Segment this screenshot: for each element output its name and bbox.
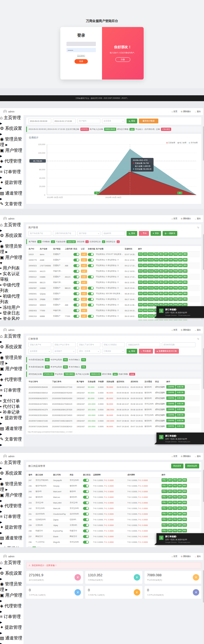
row-action-button[interactable]: 通道 (159, 320, 163, 320)
avatar[interactable] (3, 328, 7, 332)
sidebar-item[interactable]: ▪ 用户列表 (0, 266, 23, 271)
row-action-button[interactable]: 风控 (173, 506, 177, 510)
row-action-button[interactable]: 冻结 (143, 269, 147, 273)
row-action-button[interactable]: 风控 (173, 518, 177, 521)
row-action-button[interactable]: 登录 (138, 258, 143, 262)
column-header[interactable]: 成功时间 (130, 379, 144, 384)
row-action-button[interactable]: 转账 (168, 292, 173, 295)
logout-link[interactable]: →退出 (194, 110, 201, 113)
row-action-button[interactable]: 冻结 (143, 286, 147, 290)
row-action-button[interactable]: 费率 (168, 478, 172, 482)
row-action-button[interactable]: 风控 (173, 478, 177, 482)
auth-badge[interactable]: 认证 (81, 315, 87, 318)
table-row[interactable]: 19082987 HH668 普通用户 BB123 认证 可结算资金: 0 未结… (28, 285, 200, 291)
row-action-button[interactable]: 保证金 (148, 264, 154, 267)
row-action-button[interactable]: 风控 (154, 269, 159, 273)
row-action-button[interactable]: 编辑 (178, 512, 182, 516)
row-action-button[interactable]: 开商户 (162, 518, 168, 521)
row-action-button[interactable]: 转账 (168, 286, 173, 290)
status-toggle[interactable] (73, 292, 79, 295)
table-row[interactable]: 19090523 17677345556 普通用户 A88 认证 可结算资金: … (28, 263, 200, 268)
column-header[interactable]: 状态 (73, 247, 80, 252)
row-action-button[interactable]: 编辑 (178, 478, 182, 482)
row-action-button[interactable]: 删除 (183, 264, 187, 267)
row-action-button[interactable]: 明细 (173, 252, 178, 256)
row-action-button[interactable]: 转账 (168, 252, 173, 256)
sidebar-item[interactable]: ▪ 支付订单 (0, 398, 23, 404)
row-action-button[interactable]: 保证金 (148, 258, 154, 262)
row-action-button[interactable]: 编辑 (178, 264, 183, 267)
row-action-button[interactable]: 风控 (154, 297, 159, 301)
avatar[interactable] (3, 454, 7, 458)
row-action-button[interactable]: 登录 (138, 286, 143, 290)
row-action-button[interactable]: 编辑 (178, 281, 183, 284)
toolbar-button[interactable]: 搜索 (127, 349, 137, 354)
status-toggle[interactable] (73, 275, 79, 278)
sidebar-item[interactable]: ▪ 实名认证审核 (0, 271, 23, 282)
table-row[interactable]: 244 微信扫码 WanLwx 微信扫码 T+0: 0.0000, T+1: 0… (28, 494, 200, 500)
row-action-button[interactable]: 编辑 (178, 506, 182, 510)
row-action-button[interactable]: 转账 (168, 297, 173, 301)
filter-input[interactable]: 起始时间 (102, 231, 125, 236)
row-action-button[interactable]: 通道 (159, 269, 163, 273)
table-row[interactable]: 2019090719484372150 20190907194521684370… (28, 418, 200, 424)
row-action-button[interactable]: 通道 (159, 292, 163, 295)
sidebar-item[interactable]: ◈ 代理管理 ▸ (0, 603, 23, 614)
row-action-button[interactable]: 冻结 (143, 297, 147, 301)
filter-input[interactable]: 商户编号 (77, 119, 100, 123)
row-action-button[interactable]: 编辑 (178, 518, 182, 521)
channel-status-toggle[interactable] (83, 529, 89, 532)
row-action-button[interactable]: 编辑 (178, 275, 183, 278)
filter-input[interactable]: 用户号或用户名 (28, 231, 51, 236)
sidebar-item[interactable]: ⌂ 主页管理 ▸ (0, 460, 23, 471)
status-toggle[interactable] (73, 264, 79, 267)
row-action-button[interactable]: 费率 (164, 275, 168, 278)
column-header[interactable]: 运营费率 (92, 472, 127, 478)
sidebar-item[interactable]: ⌂ 主页管理 ▸ (0, 334, 23, 344)
row-action-button[interactable]: 转账 (168, 258, 173, 262)
row-action-button[interactable]: 编辑 (178, 484, 182, 487)
sidebar-item[interactable]: ▣ 用户管理 ▸ (0, 493, 23, 503)
table-row[interactable]: 2019090908642065410 20190909086309762400… (28, 390, 200, 396)
row-action-button[interactable]: 编辑 (178, 523, 182, 527)
sidebar-item[interactable]: ⚙ 系统设置 ▸ (0, 571, 23, 581)
column-header[interactable]: 用户名称 (39, 247, 52, 252)
column-header[interactable]: 注册时间 (124, 247, 137, 252)
table-row[interactable]: 19082725 ZR888 普通用户 认证 可结算资金: 0 未结算资金: 0… (28, 297, 200, 302)
row-action-button[interactable]: 编辑 (178, 490, 182, 493)
row-action-button[interactable]: 费率 (164, 269, 168, 273)
row-action-button[interactable]: 通道 (159, 275, 163, 278)
row-action-button[interactable]: 删除 (182, 495, 187, 499)
sidebar-item[interactable]: ≡ 订单管理 ▸ (0, 614, 23, 625)
row-action-button[interactable]: 补发订单 (176, 413, 185, 417)
row-action-button[interactable]: 风控 (173, 529, 177, 532)
row-action-button[interactable]: 删除 (182, 512, 187, 516)
column-header[interactable]: 支付通道 (144, 379, 154, 384)
row-action-button[interactable]: 订单详情 (166, 413, 175, 417)
channel-status-toggle[interactable] (83, 535, 89, 538)
row-action-button[interactable]: 费率 (168, 523, 172, 527)
row-action-button[interactable]: 通道 (159, 286, 163, 290)
row-action-button[interactable]: 删除 (182, 518, 187, 521)
row-action-button[interactable]: 通道 (159, 281, 163, 284)
sidebar-item[interactable]: ◉ 管理员管理 ▸ (0, 137, 23, 148)
table-row[interactable]: 242 支付宝扫码 WanLzfb 支付宝扫码 T+0: 0.0000, T+1… (28, 506, 200, 511)
sidebar-item[interactable]: ▤ 通道管理 ▸ (0, 635, 23, 644)
row-action-button[interactable]: 明细 (173, 258, 178, 262)
sidebar-item[interactable]: ✦ 提款管理 ▸ (0, 415, 23, 426)
row-action-button[interactable]: 登录 (138, 281, 143, 284)
row-action-button[interactable]: 冻结 (143, 252, 147, 256)
row-action-button[interactable]: 费率 (168, 484, 172, 487)
toolbar-button[interactable]: 一键解冻 (163, 231, 177, 236)
clear-cache-link[interactable]: ↻清除缓存 (181, 110, 191, 113)
row-action-button[interactable]: 费率 (164, 252, 168, 256)
status-toggle[interactable] (73, 315, 79, 318)
sidebar-item[interactable]: ⚙ 系统设置 ▸ (0, 471, 23, 481)
filter-input[interactable]: 上级代理号或用户名 (53, 231, 76, 236)
auth-badge[interactable]: 认证 (81, 270, 87, 273)
row-action-button[interactable]: 编辑 (178, 320, 183, 320)
row-action-button[interactable]: 冻结 (143, 281, 147, 284)
home-link[interactable]: ⌂首页 (171, 455, 177, 458)
auth-badge[interactable]: 认证 (81, 303, 87, 306)
table-row[interactable]: 240 QQ钱包扫码 Qqpay QQ扫码 T+0: 0.0000, T+1: … (28, 517, 200, 522)
